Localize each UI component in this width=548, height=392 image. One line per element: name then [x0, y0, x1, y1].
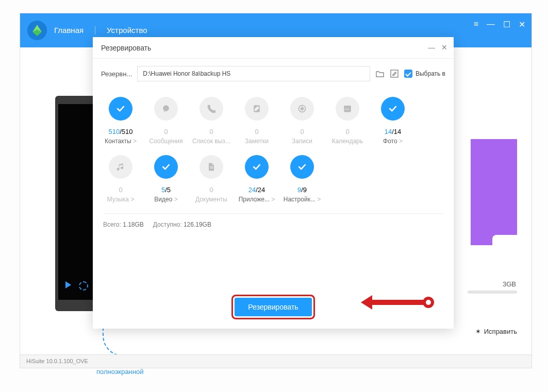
dialog-title: Резервировать [101, 44, 151, 52]
category-label: Приложе... > [234, 196, 279, 203]
app-logo-icon [27, 21, 47, 40]
edit-path-icon[interactable] [390, 69, 399, 78]
dialog-title-bar: Резервировать — ✕ [93, 37, 454, 59]
maximize-icon[interactable]: ☐ [503, 20, 510, 29]
category-item[interactable]: 14/14 Фото > [370, 97, 416, 145]
category-count: 0 [189, 186, 234, 194]
menu-icon[interactable]: ≡ [474, 20, 478, 29]
checkbox-checked-icon [404, 70, 412, 78]
svg-rect-7 [345, 109, 347, 110]
nav-device[interactable]: Устройство [107, 26, 147, 36]
nav-home[interactable]: Главная [54, 26, 84, 36]
nav-separator [95, 26, 95, 35]
category-grid: 510/510 Контакты > 0 Сообщения 0 Список … [93, 87, 454, 213]
hint-arrow-icon [103, 326, 128, 356]
category-icon [245, 155, 269, 179]
category-item[interactable]: 0 Музыка > [98, 155, 143, 203]
svg-rect-10 [210, 168, 213, 168]
category-label: Фото > [370, 138, 416, 145]
category-item[interactable]: 24/24 Приложе... > [234, 155, 279, 203]
category-icon [109, 97, 132, 121]
svg-rect-6 [344, 106, 351, 107]
total-size: Всего: 1.18GB [103, 221, 144, 228]
category-label: Календарь [325, 138, 370, 145]
fix-button[interactable]: ✶ Исправить [475, 328, 517, 335]
browse-folder-icon[interactable] [375, 69, 385, 78]
statusbar: HiSuite 10.0.1.100_OVE [20, 354, 532, 368]
category-count: 5/5 [143, 186, 189, 194]
path-row: Резервн... Выбрать в [93, 59, 454, 87]
annotation-arrow-icon [364, 295, 431, 309]
storage-value: 3GB [503, 280, 516, 288]
category-icon [245, 97, 269, 121]
category-label: Контакты > [98, 138, 143, 145]
category-count: 0 [279, 128, 325, 135]
category-label: Видео > [143, 196, 189, 203]
category-count: 510/510 [98, 128, 143, 135]
category-count: 0 [189, 128, 234, 135]
dialog-close-icon[interactable]: ✕ [441, 43, 447, 52]
category-icon [154, 97, 178, 121]
fullscreen-link[interactable]: полноэкранной [96, 368, 144, 376]
category-count: 0 [143, 128, 189, 135]
version-text: HiSuite 10.0.1.100_OVE [26, 358, 88, 364]
category-label: Музыка > [98, 196, 143, 203]
category-icon [200, 97, 223, 121]
category-icon [381, 97, 405, 121]
path-label: Резервн... [101, 70, 132, 78]
media-tile[interactable] [471, 139, 517, 245]
category-item[interactable]: 9/9 Настройк... > [279, 155, 325, 203]
minimize-icon[interactable]: — [487, 20, 495, 29]
category-item[interactable]: 0 Список выз... [189, 97, 234, 145]
category-count: 9/9 [279, 186, 325, 194]
category-label: Заметки [234, 138, 279, 145]
category-item[interactable]: 0 Сообщения [143, 97, 189, 145]
svg-point-2 [163, 105, 169, 111]
totals-row: Всего: 1.18GB Доступно: 126.19GB [103, 213, 443, 235]
category-icon [290, 155, 314, 179]
category-icon [290, 97, 314, 121]
category-item[interactable]: 0 Записи [279, 97, 325, 145]
close-icon[interactable]: ✕ [519, 20, 525, 29]
category-item[interactable]: 0 Документы [189, 155, 234, 203]
svg-rect-8 [347, 109, 349, 110]
category-item[interactable]: 510/510 Контакты > [98, 97, 143, 145]
category-icon [336, 97, 359, 121]
category-count: 0 [325, 128, 370, 135]
category-label: Сообщения [143, 138, 189, 145]
category-count: 14/14 [370, 128, 416, 135]
select-all-checkbox[interactable]: Выбрать в [404, 70, 445, 78]
play-icon[interactable] [65, 281, 71, 288]
svg-rect-1 [391, 70, 398, 77]
media-tile-cut [492, 235, 517, 258]
category-item[interactable]: 0 Календарь [325, 97, 370, 145]
category-label: Документы [189, 196, 234, 203]
fix-label: Исправить [484, 328, 517, 335]
path-input[interactable] [137, 66, 370, 81]
svg-rect-9 [210, 166, 213, 167]
dialog-minimize-icon[interactable]: — [428, 43, 435, 52]
category-item[interactable]: 5/5 Видео > [143, 155, 189, 203]
category-label: Записи [279, 138, 325, 145]
select-all-label: Выбрать в [416, 70, 445, 77]
nav-device-label: Устройство [107, 26, 147, 35]
category-count: 0 [234, 128, 279, 135]
loading-icon [79, 281, 88, 291]
backup-button[interactable]: Резервировать [235, 298, 311, 316]
category-icon [109, 155, 132, 179]
category-icon [154, 155, 178, 179]
available-size: Доступно: 126.19GB [153, 221, 211, 228]
category-count: 24/24 [234, 186, 279, 194]
wrench-icon: ✶ [475, 328, 481, 335]
category-label: Настройк... > [279, 196, 325, 203]
category-label: Список выз... [189, 138, 234, 145]
category-item[interactable]: 0 Заметки [234, 97, 279, 145]
category-icon [200, 155, 223, 179]
category-count: 0 [98, 186, 143, 194]
storage-bar [468, 291, 517, 294]
backup-dialog: Резервировать — ✕ Резервн... Выбрать в 5… [93, 37, 454, 329]
